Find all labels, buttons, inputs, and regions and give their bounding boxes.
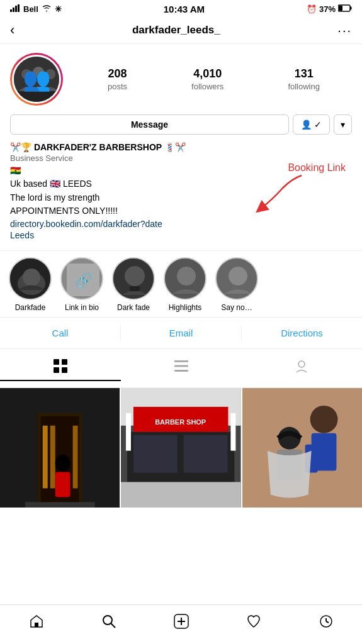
highlight-item-sayno[interactable]: Say no… — [215, 257, 258, 312]
bio-link[interactable]: directory.bookedin.com/darkfader?date — [10, 219, 352, 229]
highlight-item-darkfade[interactable]: Darkfade — [9, 257, 52, 312]
highlight-label-darkfade2: Dark fade — [117, 303, 150, 312]
signal-icon — [10, 4, 20, 14]
highlight-circle-darkfade2 — [112, 257, 155, 300]
status-right: ⏰ 37% — [307, 4, 352, 14]
tagged-icon — [295, 359, 308, 373]
svg-point-39 — [55, 454, 71, 472]
svg-rect-2 — [15, 6, 17, 12]
following-button[interactable]: 👤 ✓ — [293, 114, 330, 135]
stat-following[interactable]: 131 following — [288, 67, 320, 92]
highlight-circle-linkinbio: 🔗 — [60, 257, 103, 300]
followers-count: 4,010 — [191, 67, 223, 80]
alarm-icon: ⏰ — [307, 4, 317, 14]
svg-point-14 — [23, 269, 40, 286]
bio-link-wrapper: directory.bookedin.com/darkfader?date Bo… — [10, 219, 352, 229]
bottom-spacer — [0, 508, 362, 548]
photo-cell-1[interactable] — [0, 388, 120, 508]
highlight-label-linkinbio: Link in bio — [65, 303, 99, 312]
top-nav: ‹ darkfader_leeds_ ··· — [0, 17, 362, 44]
profile-username: darkfader_leeds_ — [132, 24, 220, 36]
bio-location[interactable]: Leeds — [10, 230, 352, 240]
email-button[interactable]: Email — [121, 325, 241, 341]
svg-rect-36 — [43, 426, 48, 489]
svg-rect-0 — [10, 9, 12, 12]
following-label: following — [288, 82, 320, 91]
svg-rect-49 — [133, 435, 178, 473]
svg-rect-29 — [174, 360, 188, 362]
photo-cell-2[interactable]: BARBER SHOP — [121, 388, 240, 508]
svg-rect-47 — [126, 413, 131, 451]
bio-section: ✂️🏆 DARKFADER'Z BARBERSHOP 💈✂️ Business … — [10, 142, 352, 240]
svg-point-10 — [45, 69, 55, 79]
wifi-icon — [42, 4, 52, 14]
checkmark-icon: ✓ — [314, 119, 322, 130]
profile-section: 208 posts 4,010 followers 131 following … — [0, 44, 362, 250]
highlight-circle-darkfade — [9, 257, 52, 300]
stats-row: 208 posts 4,010 followers 131 following — [76, 67, 352, 92]
more-options-button[interactable]: ··· — [337, 23, 352, 38]
bio-category: Business Service — [10, 153, 352, 163]
battery-icon — [338, 4, 352, 14]
avatar-wrapper[interactable] — [10, 53, 63, 106]
directions-button[interactable]: Directions — [242, 325, 362, 341]
following-count: 131 — [288, 67, 320, 80]
status-time: 10:43 AM — [164, 4, 205, 14]
contact-row: Call Email Directions — [0, 318, 362, 349]
tab-tagged[interactable] — [241, 355, 362, 381]
svg-point-19 — [125, 266, 145, 286]
message-button[interactable]: Message — [10, 114, 289, 135]
loading-icon: ✳ — [55, 4, 62, 14]
svg-point-32 — [298, 361, 305, 367]
svg-rect-50 — [184, 435, 228, 473]
highlights-section: Darkfade 🔗 Link in bio — [0, 250, 362, 318]
photo-2: BARBER SHOP — [121, 388, 240, 508]
svg-rect-28 — [62, 367, 67, 373]
followers-label: followers — [191, 82, 223, 91]
highlight-label-highlights: Highlights — [169, 303, 202, 312]
svg-rect-5 — [350, 7, 352, 10]
profile-photo — [14, 57, 59, 102]
profile-top: 208 posts 4,010 followers 131 following — [10, 53, 352, 106]
svg-point-22 — [177, 267, 196, 286]
avatar — [12, 55, 61, 104]
highlights-scroll: Darkfade 🔗 Link in bio — [0, 257, 362, 312]
highlight-item-highlights[interactable]: Highlights — [164, 257, 206, 312]
svg-rect-26 — [62, 359, 67, 365]
back-button[interactable]: ‹ — [10, 22, 14, 38]
call-button[interactable]: Call — [0, 325, 120, 341]
action-buttons: Message 👤 ✓ ▾ — [10, 114, 352, 135]
svg-rect-41 — [25, 502, 95, 508]
svg-point-8 — [21, 69, 31, 79]
svg-rect-31 — [174, 370, 188, 372]
highlight-item-darkfade2[interactable]: Dark fade — [112, 257, 155, 312]
svg-rect-40 — [55, 472, 71, 497]
stat-posts[interactable]: 208 posts — [108, 67, 127, 92]
svg-text:BARBER SHOP: BARBER SHOP — [156, 418, 206, 426]
svg-rect-3 — [18, 4, 20, 12]
svg-point-54 — [310, 406, 337, 433]
carrier-label: Bell — [23, 4, 38, 14]
svg-rect-25 — [54, 359, 59, 365]
bio-name: ✂️🏆 DARKFADER'Z BARBERSHOP 💈✂️ — [10, 142, 352, 152]
posts-count: 208 — [108, 67, 127, 80]
booking-arrow — [239, 172, 314, 218]
tab-list[interactable] — [121, 355, 242, 381]
svg-rect-6 — [339, 6, 342, 11]
svg-rect-11 — [14, 91, 61, 104]
svg-rect-1 — [13, 8, 14, 12]
status-left: Bell ✳ — [10, 4, 62, 14]
highlight-circle-highlights — [164, 257, 206, 300]
status-bar: Bell ✳ 10:43 AM ⏰ 37% — [0, 0, 362, 17]
svg-rect-37 — [50, 426, 55, 489]
photo-cell-3[interactable] — [242, 388, 362, 508]
dropdown-button[interactable]: ▾ — [334, 114, 352, 135]
highlight-item-linkinbio[interactable]: 🔗 Link in bio — [60, 257, 103, 312]
tab-row — [0, 349, 362, 388]
list-icon — [174, 359, 188, 373]
stat-followers[interactable]: 4,010 followers — [191, 67, 223, 92]
photo-grid: BARBER SHOP — [0, 388, 362, 508]
grid-icon — [54, 359, 67, 373]
svg-rect-30 — [174, 365, 188, 367]
tab-grid[interactable] — [0, 355, 121, 381]
